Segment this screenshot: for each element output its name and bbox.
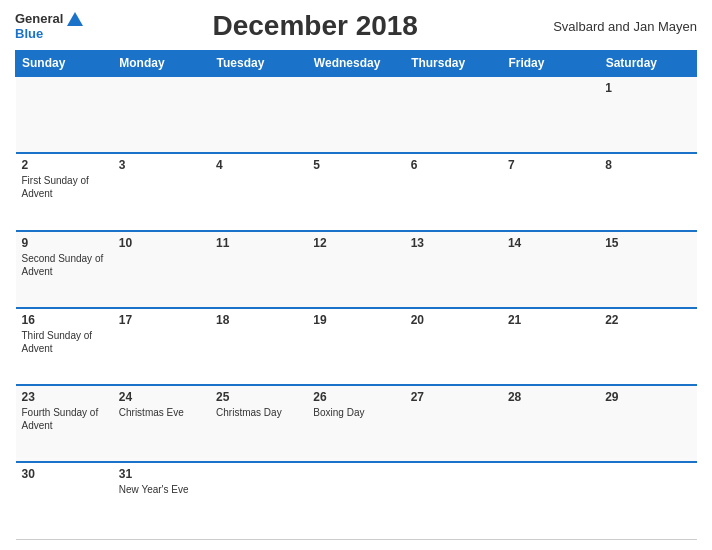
calendar-cell: 11 [210,231,307,308]
calendar-event: Third Sunday of Advent [22,329,107,355]
logo-triangle-icon [67,12,83,26]
calendar-cell: 8 [599,153,696,230]
calendar-cell [307,462,404,539]
calendar-cell [210,462,307,539]
calendar-cell: 22 [599,308,696,385]
col-tuesday: Tuesday [210,51,307,77]
day-number: 5 [313,158,398,172]
day-number: 15 [605,236,690,250]
calendar-cell [502,462,599,539]
calendar-cell [210,76,307,153]
table-row: 1 [16,76,697,153]
col-sunday: Sunday [16,51,113,77]
day-number: 4 [216,158,301,172]
calendar-cell: 3 [113,153,210,230]
calendar-cell: 20 [405,308,502,385]
calendar-cell: 9Second Sunday of Advent [16,231,113,308]
calendar-cell: 14 [502,231,599,308]
table-row: 23Fourth Sunday of Advent24Christmas Eve… [16,385,697,462]
calendar-cell: 1 [599,76,696,153]
day-number: 7 [508,158,593,172]
day-number: 12 [313,236,398,250]
calendar-cell: 31New Year's Eve [113,462,210,539]
region-label: Svalbard and Jan Mayen [547,19,697,34]
day-number: 2 [22,158,107,172]
col-thursday: Thursday [405,51,502,77]
day-number: 30 [22,467,107,481]
day-number: 10 [119,236,204,250]
col-saturday: Saturday [599,51,696,77]
day-number: 25 [216,390,301,404]
calendar-cell: 7 [502,153,599,230]
calendar-cell: 29 [599,385,696,462]
day-number: 16 [22,313,107,327]
day-number: 18 [216,313,301,327]
day-number: 24 [119,390,204,404]
logo-general-text: General [15,11,63,26]
calendar-cell: 28 [502,385,599,462]
calendar-cell [405,462,502,539]
day-number: 14 [508,236,593,250]
calendar-cell: 6 [405,153,502,230]
day-number: 19 [313,313,398,327]
calendar-cell: 4 [210,153,307,230]
calendar-cell: 19 [307,308,404,385]
calendar-cell: 13 [405,231,502,308]
calendar-cell: 21 [502,308,599,385]
calendar-cell: 18 [210,308,307,385]
col-monday: Monday [113,51,210,77]
calendar-cell: 27 [405,385,502,462]
day-number: 31 [119,467,204,481]
calendar-event: First Sunday of Advent [22,174,107,200]
calendar-cell [16,76,113,153]
day-number: 27 [411,390,496,404]
table-row: 9Second Sunday of Advent101112131415 [16,231,697,308]
calendar-event: New Year's Eve [119,483,204,496]
calendar-title: December 2018 [83,10,547,42]
header: General Blue December 2018 Svalbard and … [15,10,697,42]
calendar-event: Christmas Eve [119,406,204,419]
day-header-row: Sunday Monday Tuesday Wednesday Thursday… [16,51,697,77]
calendar-event: Fourth Sunday of Advent [22,406,107,432]
day-number: 6 [411,158,496,172]
calendar-page: General Blue December 2018 Svalbard and … [0,0,712,550]
day-number: 23 [22,390,107,404]
calendar-cell: 12 [307,231,404,308]
calendar-event: Boxing Day [313,406,398,419]
table-row: 3031New Year's Eve [16,462,697,539]
day-number: 22 [605,313,690,327]
col-friday: Friday [502,51,599,77]
day-number: 17 [119,313,204,327]
day-number: 29 [605,390,690,404]
day-number: 1 [605,81,690,95]
day-number: 9 [22,236,107,250]
calendar-cell: 26Boxing Day [307,385,404,462]
logo-blue-text: Blue [15,26,43,41]
day-number: 20 [411,313,496,327]
calendar-cell: 5 [307,153,404,230]
day-number: 21 [508,313,593,327]
day-number: 8 [605,158,690,172]
day-number: 28 [508,390,593,404]
calendar-table: Sunday Monday Tuesday Wednesday Thursday… [15,50,697,540]
calendar-cell: 16Third Sunday of Advent [16,308,113,385]
day-number: 26 [313,390,398,404]
day-number: 3 [119,158,204,172]
day-number: 13 [411,236,496,250]
table-row: 2First Sunday of Advent345678 [16,153,697,230]
calendar-cell: 15 [599,231,696,308]
calendar-event: Second Sunday of Advent [22,252,107,278]
calendar-cell: 24Christmas Eve [113,385,210,462]
col-wednesday: Wednesday [307,51,404,77]
calendar-cell: 25Christmas Day [210,385,307,462]
day-number: 11 [216,236,301,250]
calendar-cell [599,462,696,539]
calendar-cell: 23Fourth Sunday of Advent [16,385,113,462]
calendar-cell [502,76,599,153]
calendar-cell: 10 [113,231,210,308]
calendar-cell [307,76,404,153]
calendar-cell [113,76,210,153]
calendar-event: Christmas Day [216,406,301,419]
calendar-cell: 17 [113,308,210,385]
calendar-cell: 2First Sunday of Advent [16,153,113,230]
